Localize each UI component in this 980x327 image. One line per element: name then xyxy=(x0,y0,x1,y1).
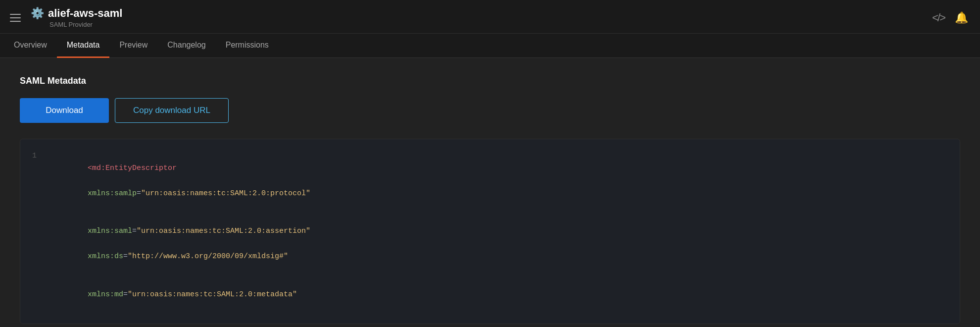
bell-icon[interactable]: 🔔 xyxy=(955,11,968,24)
xml-value-samlp: "urn:oasis:names:tc:SAML:2.0:protocol" xyxy=(141,189,310,198)
xml-attr-saml: xmlns:saml xyxy=(88,227,132,235)
app-header: ⚙️ alief-aws-saml SAML Provider </> 🔔 xyxy=(0,0,980,34)
xml-attr-ds: xmlns:ds xyxy=(88,252,123,261)
xml-tag-open: <md:EntityDescriptor xyxy=(88,164,177,172)
app-name: alief-aws-saml xyxy=(48,7,122,20)
menu-icon[interactable] xyxy=(8,12,23,24)
header-title-group: ⚙️ alief-aws-saml SAML Provider xyxy=(31,7,122,28)
header-left: ⚙️ alief-aws-saml SAML Provider xyxy=(8,7,122,28)
xml-code-block: 1 <md:EntityDescriptor xmlns:samlp="urn:… xyxy=(20,139,960,324)
code-line-1: 1 <md:EntityDescriptor xmlns:samlp="urn:… xyxy=(32,149,948,314)
download-button[interactable]: Download xyxy=(20,98,109,123)
xml-attr-md: xmlns:md xyxy=(88,290,123,299)
app-subtitle: SAML Provider xyxy=(49,21,122,28)
xml-value-ds: "http://www.w3.org/2000/09/xmldsig#" xyxy=(128,252,288,261)
code-content-1: <md:EntityDescriptor xmlns:samlp="urn:oa… xyxy=(52,149,948,314)
line-number-1: 1 xyxy=(32,149,42,314)
tab-overview[interactable]: Overview xyxy=(12,34,57,58)
plugin-icon: ⚙️ xyxy=(31,7,44,20)
tabs-nav: Overview Metadata Preview Changelog Perm… xyxy=(0,34,980,58)
code-icon[interactable]: </> xyxy=(932,11,945,24)
copy-download-url-button[interactable]: Copy download URL xyxy=(115,98,229,123)
tab-permissions[interactable]: Permissions xyxy=(216,34,279,58)
tab-preview[interactable]: Preview xyxy=(109,34,157,58)
xml-attr-samlp: xmlns:samlp xyxy=(88,189,137,198)
header-right: </> 🔔 xyxy=(932,11,968,24)
app-title: ⚙️ alief-aws-saml xyxy=(31,7,122,20)
action-buttons: Download Copy download URL xyxy=(20,98,960,123)
xml-value-saml: "urn:oasis:names:tc:SAML:2.0:assertion" xyxy=(137,227,310,235)
section-title: SAML Metadata xyxy=(20,76,960,86)
main-content: SAML Metadata Download Copy download URL… xyxy=(0,58,980,327)
tab-changelog[interactable]: Changelog xyxy=(157,34,215,58)
tab-metadata[interactable]: Metadata xyxy=(57,34,110,58)
xml-value-md: "urn:oasis:names:tc:SAML:2.0:metadata" xyxy=(128,290,297,299)
